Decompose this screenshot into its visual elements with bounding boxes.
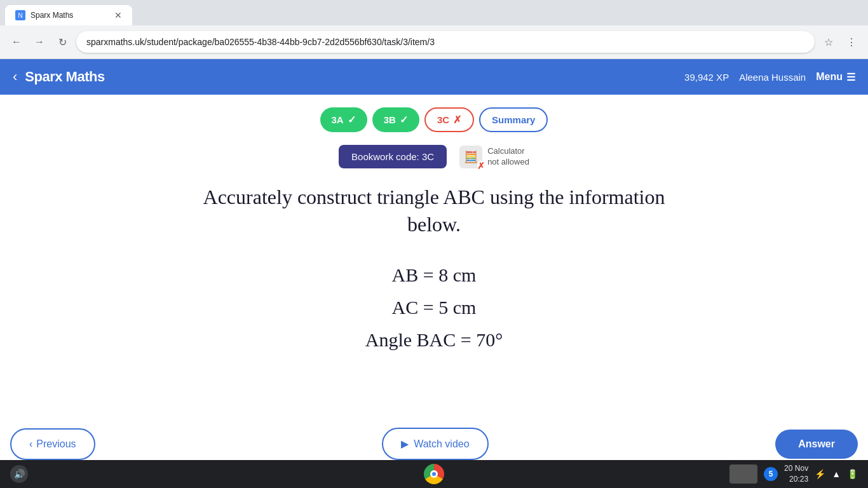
calculator-icon: 🧮 ✗ — [459, 146, 482, 168]
tab-bar: N Sparx Maths ✕ — [0, 0, 868, 25]
forward-button[interactable]: → — [31, 33, 48, 51]
date-time-display: 20 Nov 20:23 — [784, 463, 808, 485]
task-tabs: 3A ✓ 3B ✓ 3C ✗ Summary — [320, 107, 548, 132]
chrome-icon — [424, 464, 444, 484]
watch-video-label: Watch video — [414, 438, 469, 450]
calc-label-line2: not allowed — [487, 157, 529, 168]
taskbar-left: 🔊 — [10, 465, 28, 483]
active-tab[interactable]: N Sparx Maths ✕ — [5, 5, 132, 25]
time-display: 20:23 — [784, 474, 808, 485]
tab-3c-x-icon: ✗ — [453, 114, 461, 126]
menu-label: Menu — [816, 71, 843, 83]
back-button[interactable]: ← — [8, 33, 25, 51]
tab-3a-check-icon: ✓ — [348, 114, 356, 126]
menu-icon: ☰ — [846, 71, 855, 83]
wifi-icon: ⚡ — [815, 469, 825, 479]
signal-icon: ▲ — [832, 469, 841, 479]
url-text: sparxmaths.uk/student/package/ba026555-4… — [86, 37, 435, 47]
tab-close-button[interactable]: ✕ — [114, 10, 122, 20]
tab-title: Sparx Maths — [31, 11, 73, 20]
calculator-label: Calculator not allowed — [487, 146, 529, 168]
previous-label: Previous — [36, 438, 76, 450]
tab-3c-label: 3C — [437, 114, 449, 125]
app-header: ‹ Sparx Maths 39,942 XP Aleena Hussain M… — [0, 59, 868, 95]
app-logo: Sparx Maths — [25, 69, 104, 85]
previous-button[interactable]: ‹ Previous — [10, 428, 95, 460]
address-bar: ← → ↻ sparxmaths.uk/student/package/ba02… — [0, 25, 868, 58]
math-line-3: Angle BAC = 70° — [365, 323, 503, 356]
address-input[interactable]: sparxmaths.uk/student/package/ba026555-4… — [76, 31, 815, 53]
calc-emoji: 🧮 — [464, 150, 478, 164]
taskbar-thumbnail — [729, 464, 757, 484]
answer-button[interactable]: Answer — [775, 430, 858, 459]
taskbar-center — [424, 464, 444, 484]
taskbar: 🔊 5 20 Nov 20:23 ⚡ ▲ 🔋 — [0, 460, 868, 488]
tab-3a[interactable]: 3A ✓ — [320, 107, 367, 132]
xp-display: 39,942 XP — [684, 72, 729, 83]
notification-badge: 5 — [764, 467, 778, 481]
browser-chrome: N Sparx Maths ✕ ← → ↻ sparxmaths.uk/stud… — [0, 0, 868, 59]
tab-summary[interactable]: Summary — [479, 107, 548, 132]
chrome-inner — [430, 470, 438, 478]
tab-3c[interactable]: 3C ✗ — [424, 107, 474, 132]
math-content: AB = 8 cm AC = 5 cm Angle BAC = 70° — [365, 259, 503, 356]
bookwork-row: Bookwork code: 3C 🧮 ✗ Calculator not all… — [339, 145, 529, 168]
menu-button[interactable]: Menu ☰ — [816, 71, 855, 83]
more-button[interactable]: ⋮ — [843, 33, 860, 51]
speaker-icon: 🔊 — [10, 465, 28, 483]
battery-icon: 🔋 — [847, 469, 858, 479]
bottom-bar: ‹ Previous ▶ Watch video Answer — [0, 428, 868, 460]
taskbar-right: 5 20 Nov 20:23 ⚡ ▲ 🔋 — [729, 463, 858, 485]
math-line-1: AB = 8 cm — [365, 259, 503, 291]
question-text: Accurately construct triangle ABC using … — [180, 184, 688, 238]
bookwork-badge: Bookwork code: 3C — [339, 145, 447, 168]
answer-label: Answer — [798, 438, 835, 449]
watch-video-button[interactable]: ▶ Watch video — [382, 428, 488, 460]
tab-summary-label: Summary — [492, 114, 535, 125]
tab-3b[interactable]: 3B ✓ — [372, 107, 419, 132]
math-line-2: AC = 5 cm — [365, 291, 503, 323]
tab-3b-label: 3B — [384, 114, 396, 125]
video-icon: ▶ — [401, 438, 409, 450]
badge-count: 5 — [769, 470, 773, 478]
tab-3a-label: 3A — [332, 114, 344, 125]
bookmark-button[interactable]: ☆ — [820, 33, 837, 51]
back-arrow-icon[interactable]: ‹ — [13, 69, 17, 85]
tab-favicon: N — [15, 10, 25, 20]
date-display: 20 Nov — [784, 463, 808, 474]
tab-3b-check-icon: ✓ — [400, 114, 408, 126]
header-right: 39,942 XP Aleena Hussain Menu ☰ — [684, 71, 855, 83]
previous-chevron-icon: ‹ — [29, 438, 32, 450]
calculator-not-allowed-icon: ✗ — [477, 161, 485, 171]
user-name: Aleena Hussain — [739, 72, 806, 83]
calc-label-line1: Calculator — [487, 146, 529, 157]
calculator-info: 🧮 ✗ Calculator not allowed — [459, 146, 529, 168]
reload-button[interactable]: ↻ — [53, 33, 71, 51]
